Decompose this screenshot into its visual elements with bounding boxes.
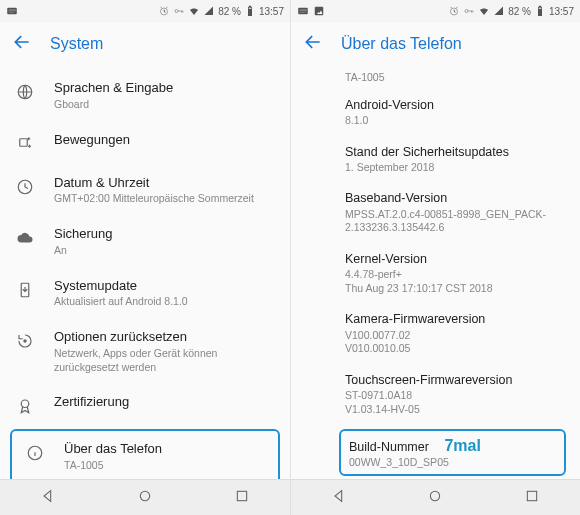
navbar (291, 479, 580, 515)
svg-point-14 (21, 400, 29, 408)
reset-icon (14, 330, 36, 352)
signal-icon (493, 5, 505, 17)
item-label: Systemupdate (54, 278, 276, 295)
info-value: 8.1.0 (345, 114, 560, 128)
battery-pct: 82 % (508, 6, 531, 17)
appbar: Über das Telefon (291, 22, 580, 66)
info-icon (24, 442, 46, 464)
info-value: 1. September 2018 (345, 161, 560, 175)
item-sub: Gboard (54, 98, 276, 112)
info-value: 4.4.78-perf+Thu Aug 23 17:10:17 CST 2018 (345, 268, 560, 295)
sparkle-icon (14, 133, 36, 155)
info-row[interactable]: Kernel-Version4.4.78-perf+Thu Aug 23 17:… (291, 243, 580, 304)
navbar (0, 479, 290, 515)
settings-item-sparkle[interactable]: Bewegungen (0, 122, 290, 165)
wifi-icon (478, 5, 490, 17)
globe-icon (14, 81, 36, 103)
wifi-icon (188, 5, 200, 17)
nav-back[interactable] (331, 488, 347, 508)
nav-home[interactable] (427, 488, 443, 508)
screen-system: 82 % 13:57 System Sprachen & EingabeGboa… (0, 0, 290, 515)
settings-item-info[interactable]: Über das TelefonTA-1005 (10, 429, 280, 479)
info-label: Stand der Sicherheitsupdates (345, 144, 560, 160)
settings-item-ribbon[interactable]: Zertifizierung (0, 384, 290, 427)
notification-icon (297, 5, 309, 17)
notification-icon (6, 5, 18, 17)
info-value: ST-0971.0A18V1.03.14-HV-05 (345, 389, 560, 416)
svg-point-13 (24, 340, 26, 342)
info-row[interactable]: Baseband-VersionMPSS.AT.2.0.c4-00851-899… (291, 182, 580, 243)
ribbon-icon (14, 395, 36, 417)
info-label: Baseband-Version (345, 190, 560, 206)
svg-rect-20 (300, 11, 307, 12)
info-row[interactable]: Stand der Sicherheitsupdates1. September… (291, 136, 580, 183)
vpn-key-icon (173, 5, 185, 17)
nav-recent[interactable] (234, 488, 250, 508)
info-value: MPSS.AT.2.0.c4-00851-8998_GEN_PACK-2.133… (345, 208, 560, 235)
model-stub: TA-1005 (291, 71, 580, 89)
screenshot-icon (313, 5, 325, 17)
svg-rect-3 (9, 12, 14, 13)
back-button[interactable] (12, 32, 32, 56)
svg-rect-21 (300, 12, 305, 13)
nav-recent[interactable] (524, 488, 540, 508)
info-row[interactable]: Touchscreen-FirmwareversionST-0971.0A18V… (291, 364, 580, 425)
nav-home[interactable] (137, 488, 153, 508)
item-label: Sprachen & Eingabe (54, 80, 276, 97)
settings-item-phone-update[interactable]: SystemupdateAktualisiert auf Android 8.1… (0, 268, 290, 320)
svg-point-5 (175, 10, 178, 13)
item-sub: GMT+02:00 Mitteleuropäische Sommerzeit (54, 192, 276, 206)
svg-rect-26 (539, 6, 541, 7)
back-button[interactable] (303, 32, 323, 56)
info-value: V100.0077.02V010.0010.05 (345, 329, 560, 356)
item-sub: An (54, 244, 276, 258)
settings-item-reset[interactable]: Optionen zurücksetzenNetzwerk, Apps oder… (0, 319, 290, 384)
settings-item-cloud[interactable]: SicherungAn (0, 216, 290, 268)
svg-rect-1 (9, 9, 16, 10)
build-label: Build-Nummer 7mal (349, 437, 556, 455)
info-label: Kamera-Firmwareversion (345, 311, 560, 327)
page-title: Über das Telefon (341, 35, 462, 53)
appbar: System (0, 22, 290, 66)
settings-item-clock[interactable]: Datum & UhrzeitGMT+02:00 Mitteleuropäisc… (0, 165, 290, 217)
item-sub: Netzwerk, Apps oder Gerät können zurückg… (54, 347, 276, 374)
build-value: 00WW_3_10D_SP05 (349, 456, 556, 468)
info-row[interactable]: Android-Version8.1.0 (291, 89, 580, 136)
svg-point-28 (431, 491, 440, 500)
alarm-icon (158, 5, 170, 17)
svg-rect-19 (300, 9, 307, 10)
svg-rect-7 (249, 6, 251, 7)
svg-rect-27 (538, 8, 541, 10)
settings-list[interactable]: Sprachen & EingabeGboardBewegungenDatum … (0, 66, 290, 479)
screen-about-phone: 82 % 13:57 Über das Telefon TA-1005 Andr… (290, 0, 580, 515)
item-label: Sicherung (54, 226, 276, 243)
info-label: Android-Version (345, 97, 560, 113)
svg-rect-29 (527, 491, 536, 500)
item-label: Zertifizierung (54, 394, 276, 411)
clock-time: 13:57 (549, 6, 574, 17)
statusbar: 82 % 13:57 (0, 0, 290, 22)
info-label: Touchscreen-Firmwareversion (345, 372, 560, 388)
build-number-row[interactable]: Build-Nummer 7mal 00WW_3_10D_SP05 (339, 429, 566, 476)
cloud-icon (14, 227, 36, 249)
about-list[interactable]: TA-1005 Android-Version8.1.0Stand der Si… (291, 66, 580, 479)
alarm-icon (448, 5, 460, 17)
tap-count-annotation: 7mal (444, 437, 480, 454)
vpn-key-icon (463, 5, 475, 17)
item-sub: Aktualisiert auf Android 8.1.0 (54, 295, 276, 309)
nav-back[interactable] (40, 488, 56, 508)
settings-item-globe[interactable]: Sprachen & EingabeGboard (0, 70, 290, 122)
clock-icon (14, 176, 36, 198)
svg-rect-17 (237, 491, 246, 500)
page-title: System (50, 35, 103, 53)
info-row[interactable]: Kamera-FirmwareversionV100.0077.02V010.0… (291, 303, 580, 364)
info-label: Kernel-Version (345, 251, 560, 267)
svg-rect-8 (248, 8, 251, 10)
svg-point-16 (140, 491, 149, 500)
phone-update-icon (14, 279, 36, 301)
battery-icon (534, 5, 546, 17)
signal-icon (203, 5, 215, 17)
svg-point-24 (465, 10, 468, 13)
battery-pct: 82 % (218, 6, 241, 17)
clock-time: 13:57 (259, 6, 284, 17)
